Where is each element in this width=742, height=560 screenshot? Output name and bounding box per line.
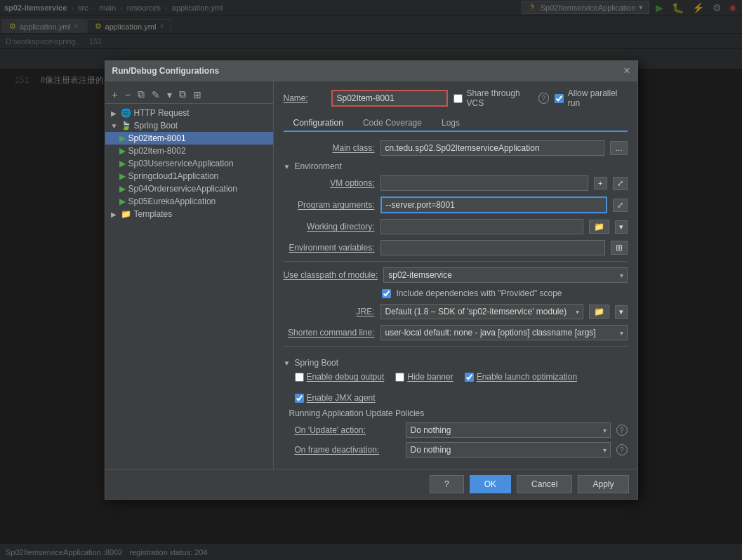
spring-checkboxes-row: Enable debug output Hide banner Enable l… [295,372,628,403]
jre-select-wrapper: Default (1.8 – SDK of 'sp02-itemservice'… [380,304,583,319]
copy-config-button[interactable]: ⧉ [135,87,147,102]
on-frame-select[interactable]: Do nothing [406,442,611,458]
main-class-row: Main class: ... [284,140,628,156]
tree-sp05eureka[interactable]: ▶ Sp05EurekaApplication [105,195,273,208]
program-args-input[interactable] [380,196,607,213]
hide-banner-label: Hide banner [407,372,453,382]
move-down-button[interactable]: ▾ [164,88,175,102]
enable-debug-checkbox[interactable] [295,373,304,382]
include-deps-label: Include dependencies with "Provided" sco… [397,288,562,298]
add-config-button[interactable]: + [110,88,121,102]
working-dir-input[interactable] [380,219,583,234]
enable-launch-checkbox[interactable] [465,373,474,382]
include-deps-checkbox[interactable] [382,289,391,298]
shorten-cmd-select[interactable]: user-local default: none - java [options… [380,325,628,340]
enable-launch-label: Enable launch optimization [477,372,577,382]
tree-sp04order[interactable]: ▶ Sp04OrderserviceApplication [105,182,273,195]
enable-launch-item: Enable launch optimization [465,372,577,382]
main-class-input[interactable] [380,140,605,156]
remove-config-button[interactable]: − [122,88,133,102]
tree-label-http: HTTP Request [134,108,190,118]
group-button[interactable]: ⧉ [176,87,189,102]
allow-parallel-label: Allow parallel run [568,88,628,108]
program-args-row: Program arguments: ⤢ [284,196,628,213]
share-help-icon[interactable]: ? [538,93,549,104]
expand-icon-spring: ▼ [111,122,118,130]
edit-config-button[interactable]: ✎ [149,88,163,102]
jre-select[interactable]: Default (1.8 – SDK of 'sp02-itemservice'… [380,304,583,319]
on-update-help-icon[interactable]: ? [616,425,628,436]
jre-label: JRE: [284,307,375,316]
name-input[interactable] [331,90,448,107]
jre-expand-button[interactable]: ▾ [615,305,628,319]
tree-spring-boot[interactable]: ▼ 🍃 Spring Boot [105,119,273,132]
tree-label-sp04: Sp04OrderserviceApplication [128,184,237,194]
vm-options-add-button[interactable]: + [594,177,607,189]
tree-sp02item-8002[interactable]: ▶ Sp02Item-8002 [105,145,273,157]
app-icon-8002: ▶ [119,146,126,156]
hide-banner-item: Hide banner [395,372,453,382]
tree-label-sc1: Springcloud1Application [128,171,219,181]
dialog-title: Run/Debug Configurations [112,66,220,76]
vm-options-input[interactable] [380,175,589,191]
program-args-label: Program arguments: [284,200,375,210]
env-arrow-icon: ▼ [284,163,291,171]
on-update-select[interactable]: Do nothing [406,422,611,438]
expand-icon-templates: ▶ [111,211,118,218]
panel-toolbar: + − ⧉ ✎ ▾ ⧉ ⊞ [105,86,273,104]
tree-sp02item-8001[interactable]: ▶ Sp02Item-8001 [105,132,273,145]
tab-code-coverage[interactable]: Code Coverage [353,115,432,132]
shorten-cmd-select-wrapper: user-local default: none - java [options… [380,325,628,340]
help-button[interactable]: ? [430,475,464,493]
dialog-body: + − ⧉ ✎ ▾ ⧉ ⊞ ▶ 🌐 HTTP Request ▼ 🍃 [105,81,637,469]
dialog-title-bar: Run/Debug Configurations × [105,61,637,81]
name-label: Name: [284,93,326,103]
tab-logs[interactable]: Logs [432,115,470,132]
allow-parallel-checkbox[interactable] [555,94,564,103]
share-checkbox[interactable] [453,94,463,103]
tree-sp03user[interactable]: ▶ Sp03UserserviceApplication [105,157,273,170]
tab-configuration[interactable]: Configuration [284,115,353,132]
on-frame-row: On frame deactivation: Do nothing ▾ ? [295,442,628,458]
env-vars-input[interactable] [380,240,605,255]
tree-label-sp05: Sp05EurekaApplication [128,196,216,206]
working-dir-expand-button[interactable]: ▾ [615,220,628,234]
vm-options-expand-button[interactable]: ⤢ [613,177,628,190]
app-icon-8001: ▶ [119,133,126,143]
include-deps-row: Include dependencies with "Provided" sco… [382,288,628,298]
app-icon-sp04: ▶ [119,184,126,194]
right-panel: Name: Share through VCS ? Allow parallel… [274,81,637,469]
spring-section-label: Spring Boot [294,358,338,368]
on-frame-help-icon[interactable]: ? [616,444,628,455]
env-vars-row: Environment variables: ⊞ [284,240,628,255]
cancel-button[interactable]: Cancel [517,475,572,493]
sort-button[interactable]: ⊞ [190,88,204,102]
http-folder-icon: 🌐 [121,108,131,118]
enable-jmx-checkbox[interactable] [295,394,304,403]
tree-label-8001: Sp02Item-8001 [128,133,186,143]
dialog-close-button[interactable]: × [623,65,630,76]
on-frame-select-wrapper: Do nothing ▾ [406,442,611,458]
env-vars-browse-button[interactable]: ⊞ [611,241,628,255]
env-vars-label: Environment variables: [284,243,375,253]
classpath-select[interactable]: sp02-itemservice [383,267,627,283]
jre-browse-button[interactable]: 📁 [589,305,609,319]
app-icon-sc1: ▶ [119,171,126,181]
dialog-overlay: Run/Debug Configurations × + − ⧉ ✎ ▾ ⧉ ⊞… [0,0,742,560]
tree-http-request[interactable]: ▶ 🌐 HTTP Request [105,107,273,119]
spring-arrow-icon: ▼ [284,359,291,367]
tree-templates[interactable]: ▶ 📁 Templates [105,208,273,220]
program-args-expand-button[interactable]: ⤢ [613,199,628,212]
enable-debug-item: Enable debug output [295,372,385,382]
working-dir-browse-button[interactable]: 📁 [589,220,609,234]
tree-springcloud1[interactable]: ▶ Springcloud1Application [105,170,273,182]
environment-section: ▼ Environment [284,161,628,171]
main-class-browse-button[interactable]: ... [610,141,627,155]
spring-folder-icon: 🍃 [121,121,131,131]
jre-row: JRE: Default (1.8 – SDK of 'sp02-itemser… [284,304,628,319]
apply-button[interactable]: Apply [578,475,628,493]
app-icon-sp05: ▶ [119,196,126,206]
environment-label: Environment [294,161,341,171]
hide-banner-checkbox[interactable] [395,373,404,382]
ok-button[interactable]: OK [470,475,511,493]
